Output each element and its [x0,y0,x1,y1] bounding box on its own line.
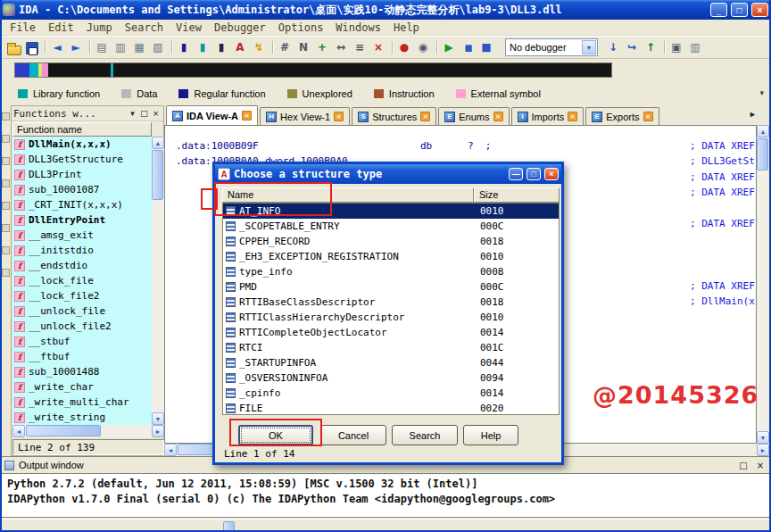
float-icon[interactable]: □ [138,109,150,118]
open-file-icon[interactable] [4,38,21,56]
function-row[interactable]: f sub_10001488 [12,364,152,379]
pause-process-icon[interactable]: ▮▮ [459,38,477,56]
structure-row[interactable]: type_info 0008 [223,264,559,279]
scrollbar-thumb[interactable] [757,138,768,170]
tab-close-icon[interactable]: × [242,111,252,121]
function-row[interactable]: f __lock_file2 [12,288,152,303]
scroll-up-icon[interactable]: ▲ [152,137,164,149]
cancel-button[interactable]: Cancel [320,425,386,445]
structure-row[interactable]: _OSVERSIONINFOA 0094 [223,370,559,386]
function-row[interactable]: f __initstdio [12,243,152,258]
function-row[interactable]: f sub_10001087 [12,182,152,197]
function-row[interactable]: f DLL3GetStructure [12,152,152,167]
help-button[interactable]: Help [463,425,518,445]
scroll-right-icon[interactable]: ► [152,425,164,437]
scroll-down-icon[interactable]: ▼ [757,431,769,444]
column-header-size[interactable]: Size [474,187,560,203]
search-button[interactable]: Search [392,425,458,445]
navigation-band[interactable] [14,62,612,78]
structure-row[interactable]: RTTIClassHierarchyDescriptor 0010 [223,310,559,325]
run-until-return-icon[interactable]: ↑ [642,38,659,56]
tab-close-icon[interactable]: × [334,112,344,121]
dock-strip-icon[interactable] [2,269,10,277]
tab-hex-view-1[interactable]: H Hex View-1 × [260,107,350,125]
scroll-up-icon[interactable]: ▲ [757,125,769,137]
lightning-icon[interactable]: ↯ [250,38,268,56]
scroll-left-icon[interactable]: ◄ [12,425,25,437]
function-name-column-header[interactable]: Function name [12,122,152,137]
output-console[interactable]: Python 2.7.2 (default, Jun 12 2011, 15:0… [1,473,770,518]
menu-item[interactable]: Search [119,21,170,35]
bottom-scrollbar[interactable] [0,519,771,532]
function-row[interactable]: f __ftbuf [12,349,152,364]
function-row[interactable]: f DllMain(x,x,x) [12,137,152,152]
jump-address-icon[interactable]: ▤ [93,38,111,56]
data-count-icon[interactable]: # [276,38,294,56]
menu-item[interactable]: Edit [42,21,80,35]
function-row[interactable]: f __lock_file [12,273,152,288]
dialog-minimize-button[interactable]: — [509,168,523,180]
structure-row[interactable]: CPPEH_RECORD 0018 [223,234,559,249]
dock-strip-icon[interactable] [2,157,10,165]
function-row[interactable]: f DLL3Print [12,167,152,182]
function-row[interactable]: f _write_string [12,410,152,425]
functions-panel-header[interactable]: Functions w... ▾ □ × [12,106,163,121]
save-icon[interactable] [22,38,40,56]
function-row[interactable]: f _CRT_INIT(x,x,x) [12,197,152,212]
tab-exports[interactable]: E Exports × [585,107,659,125]
dock-strip-icon[interactable] [2,179,10,187]
minimize-button[interactable]: _ [710,3,727,17]
debugger-select[interactable]: No debugger ▼ [505,38,598,56]
menu-item[interactable]: Help [387,21,426,35]
structure-row[interactable]: RTCI 001C [223,340,559,355]
scrollbar-thumb[interactable] [26,425,101,436]
xref-graph-icon[interactable]: ↔ [332,38,350,56]
make-name-icon[interactable]: N [294,38,312,56]
stop-process-icon[interactable]: ■ [477,38,495,56]
list-icon[interactable]: ≡ [351,38,369,56]
structure-row[interactable]: RTTICompleteObjectLocator 0014 [223,325,559,340]
dialog-titlebar[interactable]: A Choose a structure type — □ × [215,164,561,184]
tab-ida-view-a[interactable]: A IDA View-A × [166,105,258,125]
text-search-icon[interactable]: A [231,38,249,56]
functions-horizontal-scrollbar[interactable]: ◄ ► [12,425,164,437]
step-over-icon[interactable]: ↪ [623,38,641,56]
tab-close-icon[interactable]: × [643,112,653,121]
navband-marker-blue-icon[interactable]: ▮ [175,38,193,56]
maximize-button[interactable]: □ [731,3,748,17]
function-row[interactable]: f __amsg_exit [12,228,152,243]
dialog-close-button[interactable]: × [544,168,559,180]
watch-icon[interactable]: ◉ [414,38,432,56]
menu-item[interactable]: File [4,21,42,35]
disasm-code[interactable]: db ? ; [420,140,491,152]
make-array-icon[interactable]: + [313,38,331,56]
forward-icon[interactable]: ► [67,38,85,56]
chevron-down-icon[interactable]: ▼ [582,40,596,54]
debugger-options-icon[interactable]: ▣ [667,38,685,56]
function-row[interactable]: f _write_multi_char [12,395,152,410]
back-icon[interactable]: ◄ [48,38,66,56]
close-button[interactable]: × [751,3,768,17]
menu-item[interactable]: Windows [329,21,387,35]
structure-row[interactable]: FILE 0020 [223,401,559,415]
functions-vertical-scrollbar[interactable]: ▲ ▼ [152,137,164,425]
structure-row[interactable]: _SCOPETABLE_ENTRY 000C [223,219,559,234]
menu-item[interactable]: View [170,21,208,35]
scrollbar-thumb[interactable] [223,521,235,531]
function-row[interactable]: f __endstdio [12,258,152,273]
dialog-maximize-button[interactable]: □ [526,168,541,180]
breakpoint-icon[interactable]: ● [395,38,413,56]
structure-row[interactable]: _cpinfo 0014 [223,386,559,401]
menu-item[interactable]: Options [272,21,330,35]
jump-name-icon[interactable]: ▥ [112,38,129,56]
tab-structures[interactable]: S Structures × [352,107,436,125]
dock-strip-icon[interactable] [2,112,10,121]
structure-row[interactable]: _STARTUPINFOA 0044 [223,355,559,370]
dock-strip-icon[interactable] [2,135,10,143]
tab-close-icon[interactable]: × [493,112,503,121]
overflow-cut-icon[interactable]: ▥ [686,38,704,56]
disasm-address[interactable]: .data:1000B09F [176,140,259,152]
menu-item[interactable]: Jump [80,21,119,35]
dock-icon[interactable]: ▾ [127,109,138,118]
function-row[interactable]: f __unlock_file [12,303,152,319]
